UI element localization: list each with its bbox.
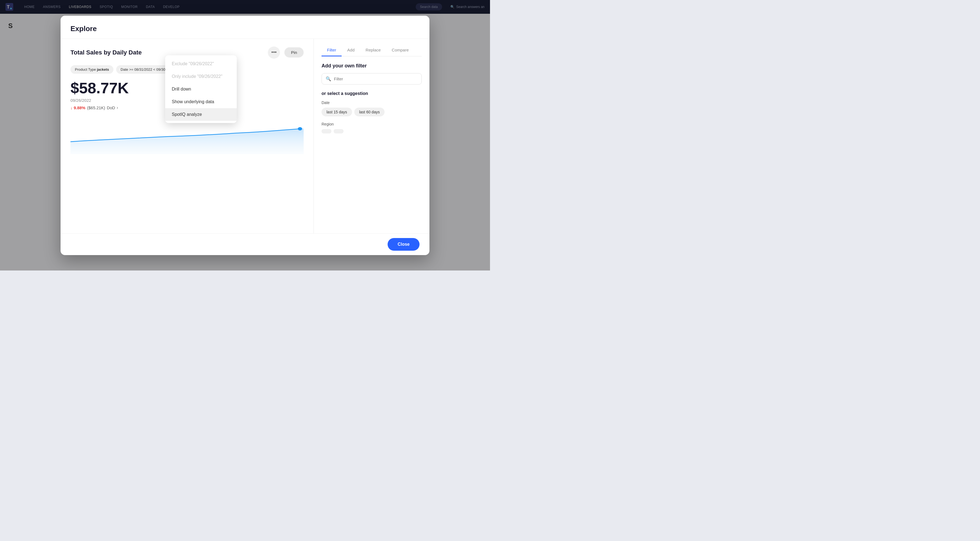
filter-search-box: 🔍	[321, 73, 422, 84]
pin-button[interactable]: Pin	[284, 47, 304, 57]
modal-footer: Close	[60, 233, 430, 255]
kpi-change-dod: DoD	[107, 105, 115, 110]
chip-last-60-days[interactable]: last 60 days	[354, 108, 385, 116]
left-panel: Total Sales by Daily Date ••• Pin Produc…	[60, 39, 314, 233]
context-underlying-data[interactable]: Show underlying data	[165, 95, 237, 108]
more-options-button[interactable]: •••	[268, 46, 280, 59]
filter-chip-product[interactable]: Product Type jackets	[70, 65, 113, 74]
tab-add[interactable]: Add	[342, 44, 360, 56]
chip-last-15-days[interactable]: last 15 days	[321, 108, 352, 116]
modal-body: Total Sales by Daily Date ••• Pin Produc…	[60, 39, 430, 233]
right-panel: Filter Add Replace Compare Add your own …	[314, 39, 430, 233]
kpi-chevron-icon: ›	[117, 105, 118, 110]
context-menu: Exclude "09/26/2022" Only include "09/26…	[165, 55, 237, 123]
chip-region-1[interactable]	[321, 129, 331, 133]
tab-compare[interactable]: Compare	[386, 44, 414, 56]
kpi-change-amount: ($65.21K)	[87, 105, 105, 110]
context-drill-down[interactable]: Drill down	[165, 83, 237, 95]
suggestion-group-date: Date	[321, 100, 422, 105]
context-exclude: Exclude "09/26/2022"	[165, 57, 237, 70]
chart-title: Total Sales by Daily Date	[70, 49, 263, 56]
date-chips: last 15 days last 60 days	[321, 108, 422, 116]
close-button[interactable]: Close	[388, 238, 420, 251]
suggestion-group-region: Region	[321, 122, 422, 126]
modal-backdrop: Explore Total Sales by Daily Date ••• Pi…	[0, 0, 490, 271]
explore-modal: Explore Total Sales by Daily Date ••• Pi…	[60, 16, 430, 255]
more-dots-icon: •••	[271, 49, 277, 55]
context-spotiq-analyze[interactable]: SpotIQ analyze	[165, 108, 237, 121]
filter-search-input[interactable]	[334, 76, 418, 81]
modal-title: Explore	[70, 24, 420, 33]
filter-section-title: Add your own filter	[321, 63, 422, 69]
tab-filter[interactable]: Filter	[321, 44, 342, 56]
right-panel-tabs: Filter Add Replace Compare	[321, 44, 422, 56]
kpi-change-pct: ↓ 9.88%	[70, 105, 85, 110]
tab-replace[interactable]: Replace	[360, 44, 386, 56]
filter-search-icon: 🔍	[326, 76, 331, 81]
region-chips	[321, 129, 422, 133]
modal-header: Explore	[60, 16, 430, 39]
context-include: Only include "09/26/2022"	[165, 70, 237, 83]
svg-point-3	[298, 127, 302, 130]
suggestion-title: or select a suggestion	[321, 91, 422, 96]
chip-region-2[interactable]	[334, 129, 344, 133]
